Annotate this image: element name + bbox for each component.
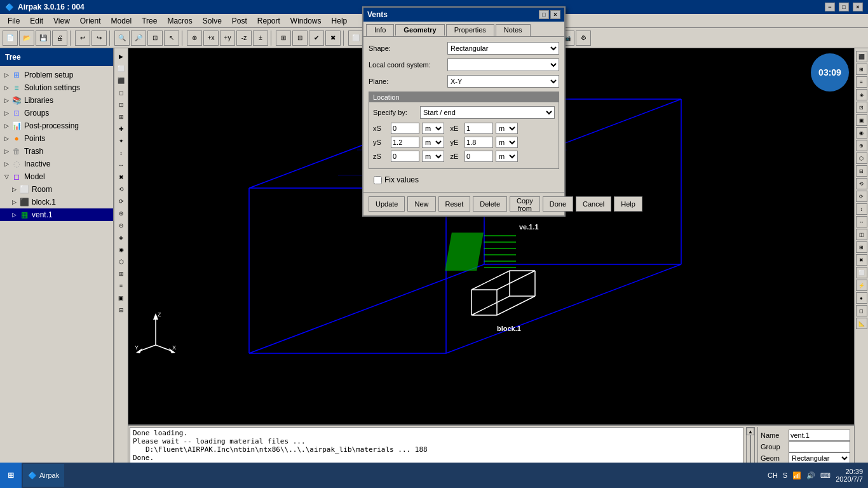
rt-btn-9[interactable]: ⬡ <box>856 152 867 164</box>
menu-file[interactable]: File <box>3 15 25 27</box>
side-icon-10[interactable]: ↔ <box>116 159 127 171</box>
vents-shape-select[interactable]: Rectangular <box>447 42 559 55</box>
side-icon-13[interactable]: ⟳ <box>116 196 127 207</box>
prop-group-input[interactable] <box>789 441 850 452</box>
menu-windows[interactable]: Windows <box>285 15 327 27</box>
ys-input[interactable] <box>391 137 419 148</box>
vents-tab-notes[interactable]: Notes <box>496 24 531 36</box>
vents-tab-geometry[interactable]: Geometry <box>395 24 444 36</box>
side-icon-22[interactable]: ⊟ <box>116 304 127 316</box>
tb-new[interactable]: 📄 <box>3 30 18 46</box>
rt-btn-17[interactable]: ✖ <box>856 254 867 266</box>
menu-report[interactable]: Report <box>252 15 285 27</box>
rt-btn-13[interactable]: ↕ <box>856 203 867 215</box>
side-icon-9[interactable]: ↕ <box>116 147 127 159</box>
rt-btn-16[interactable]: ⊞ <box>856 241 867 253</box>
tb-btn7[interactable]: +y <box>220 30 235 46</box>
side-icon-16[interactable]: ◈ <box>116 232 127 243</box>
side-icon-1[interactable]: ▶ <box>116 51 127 62</box>
side-icon-15[interactable]: ⊖ <box>116 220 127 231</box>
tree-solution-settings[interactable]: ▷ ≡ Solution settings <box>0 81 113 94</box>
side-icon-12[interactable]: ⟲ <box>116 184 127 195</box>
prop-name-input[interactable] <box>789 430 850 441</box>
taskbar-airpak[interactable]: 🔷 Airpak <box>23 464 64 487</box>
tb-btn10[interactable]: ⊞ <box>276 30 291 46</box>
menu-post[interactable]: Post <box>227 15 252 27</box>
vents-plane-select[interactable]: X-Y X-Z Y-Z <box>447 75 559 88</box>
menu-macros[interactable]: Macros <box>162 15 197 27</box>
side-icon-11[interactable]: ✖ <box>116 172 127 183</box>
zs-unit[interactable]: m <box>422 151 444 162</box>
side-icon-21[interactable]: ▣ <box>116 292 127 304</box>
vents-copy-from-button[interactable]: Copy from <box>510 196 540 212</box>
rt-btn-15[interactable]: ◫ <box>856 229 867 240</box>
rt-btn-14[interactable]: ↔ <box>856 216 867 227</box>
menu-solve[interactable]: Solve <box>198 15 227 27</box>
tree-block[interactable]: ▷ ⬛ block.1 <box>0 196 113 208</box>
side-icon-20[interactable]: ≡ <box>116 280 127 292</box>
tree-inactive[interactable]: ▷ ◌ Inactive <box>0 158 113 170</box>
zs-input[interactable] <box>391 151 419 162</box>
side-icon-17[interactable]: ◉ <box>116 244 127 255</box>
xs-unit[interactable]: m <box>422 123 444 134</box>
menu-tree[interactable]: Tree <box>137 15 162 27</box>
vents-new-button[interactable]: New <box>407 196 435 212</box>
tb-btn12[interactable]: ✔ <box>309 30 324 46</box>
vents-cancel-button[interactable]: Cancel <box>576 196 611 212</box>
tb-undo[interactable]: ↩ <box>75 30 90 46</box>
rt-btn-20[interactable]: ● <box>856 292 867 304</box>
vents-help-button[interactable]: Help <box>614 196 642 212</box>
vents-close[interactable]: × <box>550 10 560 19</box>
tb-fit[interactable]: ⊡ <box>147 30 163 46</box>
side-icon-3[interactable]: ⬛ <box>116 75 127 86</box>
vents-minimize[interactable]: □ <box>539 10 549 19</box>
menu-view[interactable]: View <box>48 15 75 27</box>
tree-room[interactable]: ▷ ⬜ Room <box>0 183 113 196</box>
side-icon-8[interactable]: ✦ <box>116 135 127 147</box>
tb-select[interactable]: ↖ <box>164 30 179 46</box>
xs-input[interactable] <box>391 123 419 134</box>
menu-edit[interactable]: Edit <box>25 15 48 27</box>
vents-tab-properties[interactable]: Properties <box>446 24 494 36</box>
side-icon-5[interactable]: ⊡ <box>116 99 127 111</box>
rt-btn-8[interactable]: ⊕ <box>856 140 867 151</box>
tree-post-processing[interactable]: ▷ 📊 Post-processing <box>0 119 113 132</box>
rt-btn-22[interactable]: 📐 <box>856 318 867 329</box>
rt-btn-6[interactable]: ▣ <box>856 114 867 126</box>
tb-print[interactable]: 🖨 <box>52 30 67 46</box>
ze-input[interactable] <box>465 151 493 162</box>
vents-specify-select[interactable]: Start / end Center / size <box>420 106 555 119</box>
rt-btn-18[interactable]: ⬜ <box>856 267 867 278</box>
menu-orient[interactable]: Orient <box>75 15 106 27</box>
rt-btn-19[interactable]: ⚡ <box>856 280 867 291</box>
start-button[interactable]: ⊞ <box>0 463 22 488</box>
tb-btn8[interactable]: -z <box>236 30 252 46</box>
fix-values-checkbox[interactable] <box>374 176 382 184</box>
rt-btn-10[interactable]: ⊟ <box>856 165 867 177</box>
tb-zoom-out[interactable]: 🔎 <box>131 30 146 46</box>
ye-input[interactable] <box>465 137 493 148</box>
console-scroll-up[interactable]: ▲ <box>747 428 754 435</box>
vents-reset-button[interactable]: Reset <box>438 196 471 212</box>
tb-btn5[interactable]: ⊕ <box>187 30 202 46</box>
rt-btn-21[interactable]: ◻ <box>856 305 867 316</box>
ye-unit[interactable]: m <box>496 137 518 148</box>
side-icon-6[interactable]: ⊞ <box>116 111 127 123</box>
maximize-button[interactable]: □ <box>839 3 849 11</box>
tb-btn14[interactable]: ⬜ <box>348 30 363 46</box>
menu-model[interactable]: Model <box>106 15 137 27</box>
vents-update-button[interactable]: Update <box>369 196 405 212</box>
tree-model[interactable]: ▽ ◻ Model <box>0 170 113 183</box>
rt-btn-12[interactable]: ⟳ <box>856 191 867 202</box>
tb-save[interactable]: 💾 <box>36 30 51 46</box>
side-icon-2[interactable]: ⬜ <box>116 63 127 74</box>
side-icon-7[interactable]: ✚ <box>116 123 127 135</box>
rt-btn-2[interactable]: ⊞ <box>856 64 867 75</box>
tb-open[interactable]: 📂 <box>19 30 34 46</box>
tb-zoom-in[interactable]: 🔍 <box>114 30 130 46</box>
rt-btn-7[interactable]: ◉ <box>856 127 867 139</box>
minimize-button[interactable]: − <box>825 3 835 11</box>
tree-problem-setup[interactable]: ▷ ⊞ Problem setup <box>0 69 113 81</box>
xe-input[interactable] <box>465 123 493 134</box>
rt-btn-1[interactable]: ⬛ <box>856 51 867 62</box>
